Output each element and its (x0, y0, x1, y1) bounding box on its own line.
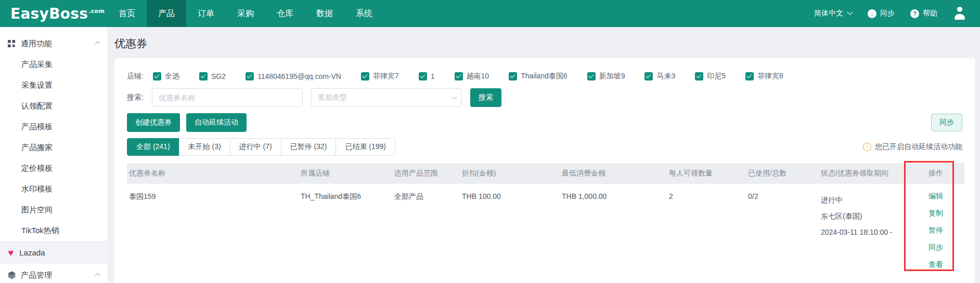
tab-ended[interactable]: 已结束 (199) (336, 138, 395, 156)
sidebar-item-claim-config[interactable]: 认领配置 (0, 96, 107, 116)
grid-apps-icon (8, 40, 16, 48)
shop-checkbox-indonesia5[interactable]: 印尼5 (695, 72, 726, 81)
chevron-down-icon (847, 9, 853, 15)
shop-checkbox-sg2[interactable]: SG2 (199, 72, 226, 80)
status-text: 进行中 (821, 192, 903, 208)
sync-button[interactable]: 同步 (931, 114, 962, 131)
chevron-up-icon (95, 273, 100, 278)
coupon-name-input[interactable] (152, 88, 303, 107)
tab-all[interactable]: 全部 (241) (127, 138, 179, 156)
header-coupon-name: 优惠券名称 (127, 163, 299, 184)
brand-logo[interactable]: EasyBoss.com (0, 0, 107, 27)
header-discount: 折扣(金额) (460, 163, 560, 184)
cube-icon (8, 271, 16, 279)
row-action-pause[interactable]: 暂停 (907, 222, 964, 239)
shop-checkbox-singapore9[interactable]: 新加坡9 (587, 72, 625, 81)
shop-checkbox-malaysia3[interactable]: 马来3 (644, 72, 675, 81)
checkbox-checked-icon (361, 72, 369, 80)
period-start-text: 2024-03-11 18:10:00 - (821, 224, 903, 240)
timezone-text: 东七区(泰国) (821, 208, 903, 224)
checkbox-checked-icon (455, 72, 463, 80)
cell-shop: TH_Thailand泰国6 (299, 184, 392, 278)
table-header-row: 优惠券名称 所属店铺 适用产品范围 折扣(金额) 最低消费金额 每人可领数量 已… (127, 163, 964, 184)
user-avatar-icon[interactable] (953, 7, 966, 20)
row-action-sync[interactable]: 同步 (907, 239, 964, 256)
sidebar-item-tiktok-hot[interactable]: TikTok热销 (0, 220, 107, 241)
row-action-copy[interactable]: 复制 (907, 205, 964, 222)
header-min-spend: 最低消费金额 (560, 163, 667, 184)
warning-icon (863, 143, 871, 151)
sidebar-item-watermark-template[interactable]: 水印模板 (0, 179, 107, 199)
language-label: 简体中文 (814, 9, 843, 18)
main-menu: 首页 产品 订单 采购 仓库 数据 系统 (107, 0, 384, 27)
topbar-sync-label: 同步 (880, 9, 895, 18)
header-per-user-limit: 每人可领数量 (667, 163, 746, 184)
tab-paused[interactable]: 已暂停 (32) (281, 138, 337, 156)
search-button[interactable]: 搜索 (470, 88, 501, 107)
topbar-help-button[interactable]: 帮助 (910, 9, 937, 18)
shop-checkbox-label: 1148046195@qq.com-VN (257, 72, 341, 80)
shop-filter-row: 店铺: 全选 SG2 1148046195@qq.com-VN 菲律宾7 1 越… (127, 72, 962, 81)
sidebar-item-image-space[interactable]: 图片空间 (0, 199, 107, 220)
nav-item-purchasing[interactable]: 采购 (226, 0, 265, 27)
chevron-up-icon (95, 41, 100, 46)
shop-checkbox-1[interactable]: 1 (419, 72, 435, 80)
search-filter-row: 搜索: 奖励类型 搜索 (127, 88, 962, 107)
sidebar-item-product-template[interactable]: 产品模板 (0, 116, 107, 137)
header-used-total: 已使用/总数 (746, 163, 819, 184)
sidebar-item-product-collection[interactable]: 产品采集 (0, 54, 107, 75)
sidebar-group-label: 通用功能 (21, 39, 52, 49)
checkbox-checked-icon (587, 72, 596, 80)
create-coupon-button[interactable]: 创建优惠券 (127, 113, 180, 132)
shop-filter-label: 店铺: (127, 72, 144, 81)
chevron-down-icon (451, 93, 457, 99)
sidebar-item-product-mover[interactable]: 产品搬家 (0, 137, 107, 158)
topbar-sync-button[interactable]: 同步 (868, 9, 895, 18)
nav-item-warehouse[interactable]: 仓库 (265, 0, 305, 27)
checkbox-checked-icon (153, 72, 161, 80)
nav-item-home[interactable]: 首页 (107, 0, 147, 27)
tab-in-progress[interactable]: 进行中 (7) (230, 138, 281, 156)
language-selector[interactable]: 简体中文 (814, 9, 852, 18)
nav-item-system[interactable]: 系统 (344, 0, 384, 27)
checkbox-checked-icon (745, 72, 754, 80)
nav-item-data[interactable]: 数据 (305, 0, 344, 27)
topbar-help-label: 帮助 (923, 9, 937, 18)
shop-checkbox-thailand6[interactable]: Thailand泰国6 (509, 72, 568, 81)
shop-checkbox-label: 新加坡9 (599, 72, 625, 81)
coupon-table-wrap: 优惠券名称 所属店铺 适用产品范围 折扣(金额) 最低消费金额 每人可领数量 已… (127, 163, 962, 278)
shop-checkbox-vn-account[interactable]: 1148046195@qq.com-VN (246, 72, 341, 80)
cell-actions: 编辑 复制 暂停 同步 查看 (907, 184, 964, 278)
sidebar-lazada-label: Lazada (19, 248, 45, 257)
reward-type-select[interactable]: 奖励类型 (311, 88, 462, 107)
checkbox-checked-icon (509, 72, 517, 80)
brand-logo-tld: .com (88, 8, 105, 15)
sidebar-item-lazada[interactable]: Lazada (0, 241, 107, 264)
sidebar-item-pricing-template[interactable]: 定价模板 (0, 158, 107, 179)
shop-checkbox-label: 马来3 (656, 72, 675, 81)
row-action-view[interactable]: 查看 (907, 256, 964, 273)
sidebar-group-product-management[interactable]: 产品管理 (0, 264, 107, 283)
topbar-right-controls: 简体中文 同步 帮助 (814, 0, 980, 27)
nav-item-products[interactable]: 产品 (147, 0, 186, 27)
nav-item-orders[interactable]: 订单 (186, 0, 226, 27)
shop-checkbox-label: 全选 (165, 72, 179, 81)
sidebar-group-general-functions[interactable]: 通用功能 (0, 33, 107, 54)
row-action-edit[interactable]: 编辑 (907, 187, 964, 205)
auto-continue-activity-button[interactable]: 自动延续活动 (186, 113, 247, 132)
shop-checkbox-philippines7[interactable]: 菲律宾7 (361, 72, 399, 81)
cell-status-period: 进行中 东七区(泰国) 2024-03-11 18:10:00 - (819, 184, 907, 278)
checkbox-checked-icon (644, 72, 653, 80)
shop-checkbox-vietnam10[interactable]: 越南10 (455, 72, 489, 81)
main-content: 优惠券 店铺: 全选 SG2 1148046195@qq.com-VN 菲律宾7… (107, 27, 980, 283)
checkbox-checked-icon (246, 72, 254, 80)
coupon-table: 优惠券名称 所属店铺 适用产品范围 折扣(金额) 最低消费金额 每人可领数量 已… (127, 163, 964, 278)
search-label: 搜索: (127, 93, 144, 102)
checkbox-checked-icon (199, 72, 208, 80)
shop-checkbox-philippines8[interactable]: 菲律宾8 (745, 72, 783, 81)
tab-not-started[interactable]: 未开始 (3) (179, 138, 230, 156)
shop-checkbox-label: 印尼5 (707, 72, 726, 81)
sidebar-item-collection-settings[interactable]: 采集设置 (0, 75, 107, 96)
reward-type-placeholder: 奖励类型 (318, 93, 347, 102)
shop-checkbox-select-all[interactable]: 全选 (153, 72, 179, 81)
